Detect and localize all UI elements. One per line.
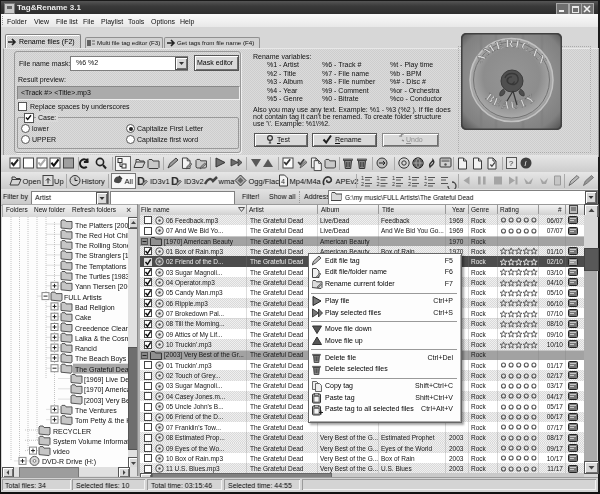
svg-text:Rancid: Rancid — [75, 345, 97, 352]
svg-text:Ogg/Flac: Ogg/Flac — [249, 177, 280, 186]
svg-text:[1969] Live Dea: [1969] Live Dea — [84, 376, 128, 384]
svg-text:2: 2 — [361, 181, 364, 187]
svg-text:[2003] Very Bes: [2003] Very Bes — [84, 397, 128, 405]
svg-text:Bad Religion: Bad Religion — [75, 304, 115, 312]
svg-text:The Temptations [1: The Temptations [1 — [75, 263, 128, 271]
svg-text:ID3v2: ID3v2 — [184, 177, 204, 186]
svg-text:4: 4 — [281, 178, 285, 185]
svg-text:Yann Tiersen [2001: Yann Tiersen [2001 — [75, 283, 128, 291]
svg-text:RECYCLER: RECYCLER — [53, 428, 91, 435]
svg-text:?: ? — [509, 159, 514, 168]
svg-text:Creedence Clearwat: Creedence Clearwat — [75, 325, 128, 332]
svg-text:The Grateful Dead: The Grateful Dead — [75, 366, 128, 373]
svg-text:Cake: Cake — [75, 314, 91, 321]
svg-text:video: video — [53, 448, 70, 455]
svg-text:The Red Hot Chili Pep: The Red Hot Chili Pep — [75, 232, 128, 240]
svg-text:Laika & the Cosmon: Laika & the Cosmon — [75, 335, 128, 342]
svg-text:The Stranglers [198: The Stranglers [198 — [75, 252, 128, 260]
svg-text:The Turtles [1983]: The Turtles [1983] — [75, 273, 128, 281]
svg-text:Up: Up — [54, 177, 64, 186]
svg-text:ID3v1: ID3v1 — [150, 177, 170, 186]
svg-text:System Volume Information: System Volume Information — [53, 438, 128, 446]
svg-text:The Beach Boys: The Beach Boys — [75, 355, 127, 363]
svg-text:History: History — [82, 177, 106, 186]
svg-text:Tom Petty & the He: Tom Petty & the He — [75, 417, 128, 425]
svg-text:Mp4/M4a: Mp4/M4a — [290, 177, 322, 186]
svg-text:DVD-R Drive (H:): DVD-R Drive (H:) — [42, 458, 96, 466]
svg-text:Open: Open — [23, 177, 41, 186]
svg-text:wma: wma — [218, 177, 236, 186]
svg-text:i: i — [524, 159, 526, 168]
svg-text:The Ventures: The Ventures — [75, 407, 117, 414]
svg-text:APEv2: APEv2 — [336, 177, 359, 186]
svg-text:[1970] America: [1970] America — [84, 386, 128, 394]
svg-text:All: All — [125, 177, 134, 186]
svg-text:The Rolling Stones [: The Rolling Stones [ — [75, 242, 128, 250]
svg-text:FULL Artists: FULL Artists — [64, 294, 102, 301]
svg-text:The Platters [2001]: The Platters [2001] — [75, 222, 128, 230]
